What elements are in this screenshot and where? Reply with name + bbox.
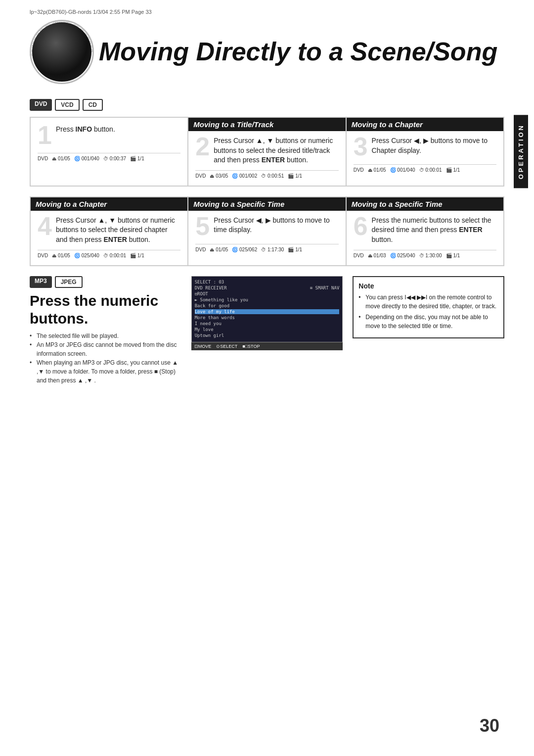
mp3-col3: Note You can press I◀◀ ▶▶I on the remote… <box>353 276 504 385</box>
step1-content: 1 Press INFO button. <box>38 125 180 148</box>
step4-content: 4 Press Cursor ▲, ▼ buttons or numeric b… <box>38 216 180 245</box>
step6-header: Moving to a Specific Time <box>347 197 503 211</box>
step2-cell: Moving to a Title/Track 2 Press Cursor ▲… <box>188 117 346 186</box>
step5-header: Moving to a Specific Time <box>188 197 345 211</box>
step6-text: Press the numeric buttons to select the … <box>354 216 496 245</box>
step2-header: Moving to a Title/Track <box>188 118 345 131</box>
mp3-bullet-1: The selected file will be played. <box>30 331 181 340</box>
step6-cell: Moving to a Specific Time 6 Press the nu… <box>346 197 504 266</box>
step4-header: Moving to a Chapter <box>31 197 187 211</box>
step4-number: 4 <box>38 213 52 239</box>
step6-number: 6 <box>354 213 368 239</box>
screen-bottom-bar: ⊡MOVE ⊙SELECT ■□STOP <box>191 342 343 350</box>
step3-number: 3 <box>354 134 368 159</box>
operation-sidebar: OPERATION <box>514 117 528 187</box>
step3-header: Moving to a Chapter <box>347 118 503 131</box>
screen-title-row: DVD RECEIVER ≡ SMART NAV <box>195 285 340 290</box>
disc-badges: DVD VCD CD <box>30 99 504 111</box>
mp3-badges: MP3 JPEG <box>30 276 181 288</box>
badge-jpeg: JPEG <box>55 276 83 288</box>
row1-wrapper: 1 Press INFO button. DVD ⏏ 01/05 🌀 001/0… <box>30 117 504 187</box>
disc-graphic: 0101010101010101010101010101010101010101… <box>30 20 94 84</box>
main-content: DVD VCD CD 1 Press INFO button. DVD ⏏ 01… <box>0 89 534 395</box>
screen-item-4: I need you <box>195 321 340 326</box>
screen-select-row: SELECT : 03 <box>195 280 340 284</box>
step5-status: DVD ⏏ 01/05 🌀 025/062 ⏱ 1:17:30 🎬 1/1 <box>195 244 338 252</box>
screen-root-row: ⊡ROOT <box>195 291 340 296</box>
note-bullet-2: Depending on the disc, you may not be ab… <box>358 313 498 331</box>
screen-mockup: SELECT : 03 DVD RECEIVER ≡ SMART NAV ⊡RO… <box>191 276 343 342</box>
step3-cell: Moving to a Chapter 3 Press Cursor ◀, ▶ … <box>346 117 504 186</box>
disc-ring <box>30 20 94 84</box>
screen-item-2-highlight: Love of my life <box>195 309 340 314</box>
badge-vcd: VCD <box>55 99 79 111</box>
step1-cell: 1 Press INFO button. DVD ⏏ 01/05 🌀 001/0… <box>30 117 188 186</box>
mp3-col1: MP3 JPEG Press the numericbuttons. The s… <box>30 276 181 385</box>
operation-label: OPERATION <box>514 115 528 188</box>
step5-cell: Moving to a Specific Time 5 Press Cursor… <box>188 197 346 266</box>
step3-text: Press Cursor ◀, ▶ buttons to move to Cha… <box>354 136 496 155</box>
step4-cell: Moving to a Chapter 4 Press Cursor ▲, ▼ … <box>30 197 188 266</box>
step4-text: Press Cursor ▲, ▼ buttons or numeric but… <box>38 216 180 245</box>
screen-item-3: More than words <box>195 315 340 320</box>
mp3-section: MP3 JPEG Press the numericbuttons. The s… <box>30 276 504 385</box>
note-list: You can press I◀◀ ▶▶I on the remote cont… <box>358 293 498 331</box>
screen-item-6: Uptown girl <box>195 333 340 338</box>
step2-number: 2 <box>195 134 210 159</box>
step2-text: Press Cursor ▲, ▼ buttons or numeric but… <box>195 136 338 165</box>
step2-bold: ENTER <box>262 156 285 164</box>
mp3-bullet-3: When playing an MP3 or JPG disc, you can… <box>30 358 181 385</box>
header-section: 0101010101010101010101010101010101010101… <box>0 0 534 89</box>
step1-bold: INFO <box>76 125 92 133</box>
badge-mp3: MP3 <box>30 276 52 288</box>
step4-status: DVD ⏏ 01/05 🌀 025/040 ⏱ 0:00:01 🎬 1/1 <box>38 250 180 258</box>
mp3-bullet-2: An MP3 or JPEG disc cannot be moved from… <box>30 340 181 358</box>
screen-item-1: Back for good <box>195 303 340 308</box>
step2-content: 2 Press Cursor ▲, ▼ buttons or numeric b… <box>195 136 338 165</box>
step3-status: DVD ⏏ 01/05 🌀 001/040 ⏱ 0:00:01 🎬 1/1 <box>354 164 496 173</box>
row2-grid: Moving to a Chapter 4 Press Cursor ▲, ▼ … <box>30 196 504 266</box>
screen-stop: ■□STOP <box>242 344 260 349</box>
step1-text: Press INFO button. <box>38 125 180 135</box>
screen-item-0: ► Something like you <box>195 297 340 302</box>
step5-number: 5 <box>195 213 210 239</box>
screen-item-5: My love <box>195 327 340 332</box>
row1-grid: 1 Press INFO button. DVD ⏏ 01/05 🌀 001/0… <box>30 117 504 187</box>
step4-bold: ENTER <box>103 236 127 243</box>
step6-content: 6 Press the numeric buttons to select th… <box>354 216 496 245</box>
page-title: Moving Directly to a Scene/Song <box>99 38 497 66</box>
step6-status: DVD ⏏ 01/03 🌀 025/040 ⏱ 1:30:00 🎬 1/1 <box>354 250 496 258</box>
screen-select: ⊙SELECT <box>216 344 237 349</box>
step5-content: 5 Press Cursor ◀, ▶ buttons to move to t… <box>195 216 338 239</box>
step1-number: 1 <box>38 122 52 148</box>
mp3-bullets: The selected file will be played. An MP3… <box>30 331 181 385</box>
step1-status: DVD ⏏ 01/05 🌀 001/040 ⏱ 0:00:37 🎬 1/1 <box>38 153 180 161</box>
page-number: 30 <box>480 715 499 736</box>
step5-text: Press Cursor ◀, ▶ buttons to move to tim… <box>195 216 338 235</box>
badge-dvd: DVD <box>30 99 52 111</box>
step2-status: DVD ⏏ 03/05 🌀 001/002 ⏱ 0:00:51 🎬 1/1 <box>195 170 338 179</box>
note-title: Note <box>358 282 498 290</box>
mp3-col2: SELECT : 03 DVD RECEIVER ≡ SMART NAV ⊡RO… <box>191 276 343 385</box>
badge-cd: CD <box>83 99 103 111</box>
numeric-bold: numeric <box>100 292 158 309</box>
note-box: Note You can press I◀◀ ▶▶I on the remote… <box>353 276 504 338</box>
mp3-step-text: Press the numericbuttons. <box>30 292 181 328</box>
step6-bold: ENTER <box>459 226 482 234</box>
step3-content: 3 Press Cursor ◀, ▶ buttons to move to C… <box>354 136 496 159</box>
screen-move: ⊡MOVE <box>194 344 212 349</box>
note-bullet-1: You can press I◀◀ ▶▶I on the remote cont… <box>358 293 498 311</box>
